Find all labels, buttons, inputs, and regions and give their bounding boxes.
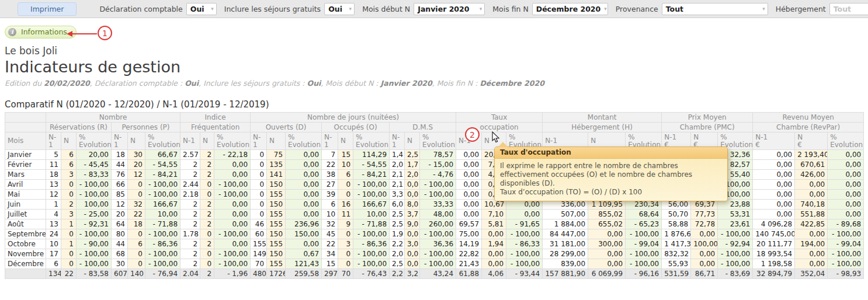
table-row: Juillet43- 25,00202210,00220,0001550,001… xyxy=(5,210,864,219)
column-header[interactable]: N-1 xyxy=(390,132,405,150)
cell: 0,00 xyxy=(214,160,251,170)
filter-select[interactable]: Janvier 2020▾ xyxy=(414,3,485,15)
cell: 2 xyxy=(180,249,200,259)
cell: 58,88 xyxy=(662,219,691,229)
column-header[interactable]: % Evolution xyxy=(77,132,112,150)
total-cell: 607 xyxy=(112,269,128,279)
cell: 46 xyxy=(251,219,267,229)
cell: 0 xyxy=(200,259,214,269)
column-header[interactable]: N-1 xyxy=(322,132,338,150)
cell: 0,00 xyxy=(828,200,864,210)
filter-label: Déclaration comptable xyxy=(99,5,182,13)
cell: 5,81 xyxy=(482,219,506,229)
cell: - 100,00 xyxy=(145,180,180,190)
cell: 3,0 xyxy=(405,239,420,249)
filter-select[interactable]: Tout▾ xyxy=(662,3,768,15)
cell: - 100,00 xyxy=(420,180,456,190)
cell: 0 xyxy=(251,160,267,170)
column-header[interactable]: N-1 € xyxy=(753,132,795,150)
column-header[interactable]: N-1 xyxy=(251,132,267,150)
cell: 0,00 xyxy=(286,160,322,170)
row-month: Janvier xyxy=(5,150,46,160)
total-cell: 4,06 xyxy=(482,269,506,279)
column-header[interactable]: N-1 xyxy=(46,132,61,150)
cell: 34 xyxy=(322,249,338,259)
cell: - 54,55 xyxy=(145,160,180,170)
row-month: Avril xyxy=(5,180,46,190)
cell: 70 xyxy=(251,259,267,269)
filter-label: Mois fin N xyxy=(492,5,529,13)
cell: 670,61 xyxy=(795,160,828,170)
chevron-down-icon: ▾ xyxy=(480,6,482,12)
edition-segment: Edition du xyxy=(5,79,44,88)
cell: - 100,00 xyxy=(214,229,251,239)
cell: 50,70 xyxy=(662,210,691,219)
row-month: Décembre xyxy=(5,259,46,269)
column-header[interactable]: N-1 xyxy=(180,132,200,150)
column-header[interactable]: N xyxy=(128,132,145,150)
cell: 194,00 xyxy=(795,239,828,249)
total-cell: - 76,43 xyxy=(353,269,390,279)
cell: 2.44 xyxy=(180,180,200,190)
table-subgroup-header: Chambre (RevPar) xyxy=(753,123,864,132)
cell: 0,00 xyxy=(795,229,828,239)
cell: 0,00 xyxy=(828,160,864,170)
cell: - 15,00 xyxy=(420,160,456,170)
column-header[interactable]: N xyxy=(61,132,77,150)
cell: 422,85 xyxy=(795,219,828,229)
cell: 4 096,28 xyxy=(753,219,795,229)
tooltip-title: Taux d'occupation xyxy=(495,147,727,159)
cell: 0,00 xyxy=(214,170,251,180)
filter-select[interactable]: Oui▾ xyxy=(324,3,355,15)
column-header[interactable]: % Evolution xyxy=(145,132,180,150)
cell: 0,00 xyxy=(691,229,718,239)
column-header[interactable]: N xyxy=(338,132,353,150)
cell: 23,61 xyxy=(718,219,753,229)
column-header-mois[interactable]: Mois xyxy=(5,132,46,150)
column-header[interactable]: % Evolution xyxy=(286,132,322,150)
cell: 0 xyxy=(200,229,214,239)
column-header[interactable]: % Evolution xyxy=(353,132,390,150)
cell: - 71,88 xyxy=(145,219,180,229)
filter-select[interactable]: Oui▾ xyxy=(186,3,217,15)
column-header[interactable]: % Evolution xyxy=(828,132,864,150)
cell: 20 xyxy=(128,160,145,170)
print-button[interactable]: Imprimer xyxy=(18,2,77,16)
filter-select[interactable]: Décembre 2020▾ xyxy=(532,3,608,15)
filter-value: Tout xyxy=(666,5,683,13)
cell: - 100,00 xyxy=(718,229,753,239)
informations-badge[interactable]: i Informations xyxy=(5,26,77,39)
cell: 44 xyxy=(112,239,128,249)
cell: - 100,00 xyxy=(626,229,662,239)
cell: 10 xyxy=(322,210,338,219)
cell: 832,32 xyxy=(662,249,691,259)
cell: 38 xyxy=(322,170,338,180)
column-header[interactable]: % Evolution xyxy=(214,132,251,150)
column-header[interactable]: N xyxy=(200,132,214,150)
cell: 68 xyxy=(112,249,128,259)
cell: 75 xyxy=(267,150,286,160)
cell: - 65,23 xyxy=(626,219,662,229)
cell: 48,00 xyxy=(420,210,456,219)
cell: 0,00 xyxy=(482,249,506,259)
cell: 53,31 xyxy=(718,210,753,219)
column-header[interactable]: % Evolution xyxy=(420,132,456,150)
cell: - 100,00 xyxy=(626,249,662,259)
column-header[interactable]: N-1 xyxy=(112,132,128,150)
cell: - 100,00 xyxy=(77,229,112,239)
cell: - 100,00 xyxy=(353,249,390,259)
edition-segment: Décembre 2020 xyxy=(480,79,544,88)
row-month: Février xyxy=(5,160,46,170)
cell: 141 xyxy=(267,170,286,180)
cell: - 100,00 xyxy=(353,229,390,239)
cell: 0,00 xyxy=(456,150,482,160)
table-row: Janvier5620,00183066,672.572- 22,180750,… xyxy=(5,150,864,160)
cell: 100,00 xyxy=(77,200,112,210)
cell: 45 xyxy=(322,229,338,239)
column-header[interactable]: N xyxy=(405,132,420,150)
column-header[interactable]: N € xyxy=(795,132,828,150)
total-cell: - 83,58 xyxy=(77,269,112,279)
column-header[interactable]: N xyxy=(267,132,286,150)
cell: 0 xyxy=(128,229,145,239)
cell: - 89,68 xyxy=(828,219,864,229)
